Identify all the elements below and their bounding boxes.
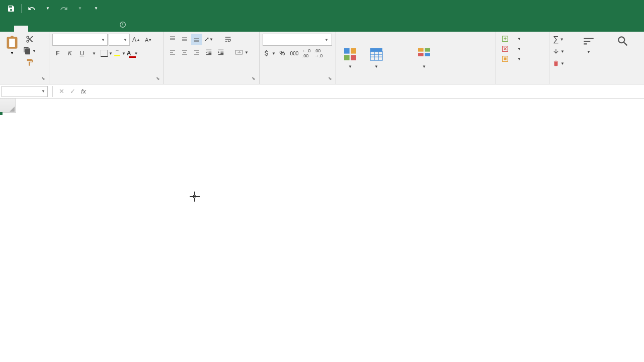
spreadsheet-grid	[0, 99, 644, 113]
svg-rect-37	[425, 53, 430, 56]
increase-font-button[interactable]: A▲	[131, 34, 142, 45]
tab-data[interactable]	[70, 26, 85, 32]
font-name-select[interactable]: ▼	[52, 34, 108, 46]
formula-bar: ▼ ✕ ✓ fx	[0, 84, 644, 99]
tab-file[interactable]	[0, 26, 14, 32]
paste-button[interactable]: ▼	[3, 34, 21, 81]
enter-formula-button[interactable]: ✓	[67, 86, 78, 97]
tab-signin[interactable]	[634, 26, 644, 32]
svg-rect-34	[418, 48, 424, 52]
borders-button[interactable]: ▼	[101, 48, 113, 59]
decrease-indent-button[interactable]	[203, 47, 214, 58]
insert-cells-button[interactable]: ▼	[499, 34, 523, 44]
clipboard-launcher[interactable]: ⬊	[40, 76, 47, 83]
svg-rect-27	[351, 55, 356, 60]
copy-button[interactable]: ▼	[23, 45, 36, 56]
group-alignment: ⤢▼ ▼ ⬊	[164, 32, 260, 84]
italic-button[interactable]: K	[64, 48, 75, 59]
ribbon: ▼ ▼ ⬊ ▼ ▼ A▲ A▼ F K U ▼ ▼ ▼	[0, 32, 644, 84]
cell-styles-button[interactable]: ▼	[391, 45, 457, 70]
cancel-formula-button[interactable]: ✕	[56, 86, 67, 97]
redo-dropdown[interactable]: ▼	[73, 3, 87, 15]
group-number: ▼ ▼ % 000 ←.0.00 .00→.0 ⬊	[260, 32, 336, 84]
svg-rect-2	[101, 50, 108, 57]
tab-formulas[interactable]	[56, 26, 70, 32]
delete-cells-button[interactable]: ▼	[499, 44, 523, 54]
undo-dropdown[interactable]: ▼	[41, 3, 55, 15]
decrease-decimal-button[interactable]: .00→.0	[313, 48, 324, 59]
tell-me-search[interactable]	[113, 18, 634, 32]
insert-function-button[interactable]: fx	[78, 86, 89, 97]
tab-layout[interactable]	[42, 26, 56, 32]
group-cells: ▼ ▼ ▼	[496, 32, 549, 84]
svg-rect-25	[351, 48, 356, 54]
format-cells-button[interactable]: ▼	[499, 54, 523, 64]
svg-rect-36	[418, 53, 424, 56]
cut-button[interactable]	[23, 34, 36, 45]
svg-rect-41	[504, 57, 506, 60]
ribbon-tabs	[0, 17, 644, 32]
save-button[interactable]	[4, 3, 18, 15]
formula-input[interactable]	[89, 86, 644, 97]
tab-insert[interactable]	[28, 26, 42, 32]
bold-button[interactable]: F	[52, 48, 63, 59]
align-middle-button[interactable]	[179, 34, 190, 45]
svg-rect-28	[370, 48, 382, 51]
accounting-format-button[interactable]: ▼	[263, 48, 276, 59]
align-launcher[interactable]: ⬊	[250, 76, 257, 83]
group-editing: ∑▼ ▼ ▼ ▼	[549, 32, 644, 84]
qat-customize[interactable]: ▼	[89, 3, 103, 15]
decrease-font-button[interactable]: A▼	[143, 34, 154, 45]
svg-rect-1	[9, 39, 15, 47]
title-bar: ▼ ▼ ▼	[0, 0, 644, 17]
align-top-button[interactable]	[167, 34, 178, 45]
svg-rect-4	[114, 55, 120, 56]
undo-button[interactable]	[25, 3, 39, 15]
fill-color-button[interactable]: ▼	[114, 48, 126, 59]
align-bottom-button[interactable]	[191, 34, 202, 45]
sort-filter-button[interactable]: ▼	[568, 34, 610, 55]
comma-format-button[interactable]: 000	[289, 48, 300, 59]
svg-rect-26	[344, 55, 350, 60]
autosum-button[interactable]: ∑▼	[552, 34, 565, 45]
increase-decimal-button[interactable]: ←.0.00	[301, 48, 312, 59]
tab-start[interactable]	[14, 26, 28, 32]
underline-button[interactable]: U	[76, 48, 88, 59]
font-size-select[interactable]: ▼	[109, 34, 130, 46]
clear-button[interactable]: ▼	[552, 58, 565, 69]
group-font: ▼ ▼ A▲ A▼ F K U ▼ ▼ ▼ A▼ ⬊	[49, 32, 164, 84]
percent-format-button[interactable]: %	[277, 48, 288, 59]
align-right-button[interactable]	[191, 47, 202, 58]
tab-view[interactable]	[99, 26, 113, 32]
align-left-button[interactable]	[167, 47, 178, 58]
merge-button[interactable]: ▼	[234, 47, 249, 58]
redo-button[interactable]	[57, 3, 71, 15]
number-format-select[interactable]: ▼	[263, 34, 332, 46]
svg-rect-35	[425, 48, 430, 52]
quick-access-toolbar: ▼ ▼ ▼	[0, 3, 103, 15]
underline-dropdown[interactable]: ▼	[89, 48, 100, 59]
group-styles: ▼ ▼ ▼	[336, 32, 496, 84]
fill-button[interactable]: ▼	[552, 46, 565, 57]
increase-indent-button[interactable]	[215, 47, 226, 58]
number-launcher[interactable]: ⬊	[327, 76, 334, 83]
format-as-table-button[interactable]: ▼	[365, 45, 387, 70]
svg-rect-29	[370, 51, 382, 60]
conditional-formatting-button[interactable]: ▼	[339, 45, 361, 70]
find-select-button[interactable]	[613, 34, 633, 50]
tab-review[interactable]	[85, 26, 99, 32]
select-all-corner[interactable]	[0, 99, 16, 113]
group-clipboard: ▼ ▼ ⬊	[0, 32, 49, 84]
wrap-text-button[interactable]	[222, 34, 233, 45]
font-launcher[interactable]: ⬊	[154, 76, 162, 83]
font-color-button[interactable]: A▼	[127, 48, 138, 59]
align-center-button[interactable]	[179, 47, 190, 58]
name-box[interactable]: ▼	[2, 86, 48, 97]
orientation-button[interactable]: ⤢▼	[203, 34, 214, 45]
svg-rect-24	[344, 48, 350, 54]
format-painter-button[interactable]	[23, 57, 36, 68]
